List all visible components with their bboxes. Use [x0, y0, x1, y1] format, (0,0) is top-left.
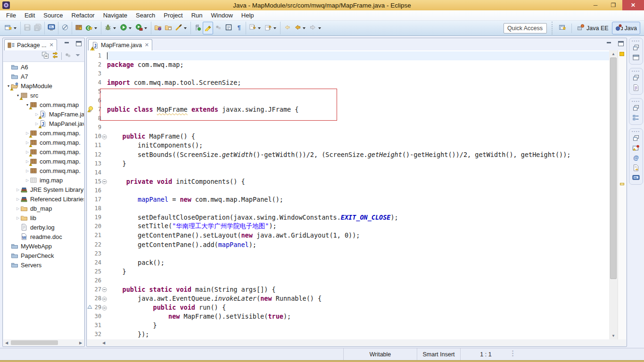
- perspective-java[interactable]: JJava: [612, 22, 640, 34]
- sidebar-horizontal-scrollbar[interactable]: ◀ ▶: [3, 339, 84, 346]
- code-line-23[interactable]: 23: [87, 249, 609, 258]
- code-line-10[interactable]: 10 public MapFrame() {: [87, 132, 609, 141]
- code-line-15[interactable]: 15 private void initComponents() {: [87, 177, 609, 186]
- save-all-button[interactable]: [33, 22, 43, 34]
- scroll-left-icon[interactable]: ◀: [3, 341, 10, 345]
- menu-project[interactable]: Project: [159, 11, 187, 20]
- new-java-package-button[interactable]: [74, 22, 84, 34]
- dropdown-arrow-icon[interactable]: [273, 27, 276, 29]
- skip-all-breakpoints-button[interactable]: [60, 22, 70, 34]
- fold-collapse-icon[interactable]: [102, 179, 107, 184]
- dropdown-arrow-icon[interactable]: [129, 27, 132, 29]
- tree-item-img-map[interactable]: ▷img.map: [3, 175, 84, 185]
- open-type-button[interactable]: [153, 22, 163, 34]
- menu-refactor[interactable]: Refactor: [67, 11, 99, 20]
- warning-marker-icon[interactable]: [87, 106, 94, 113]
- editor-minimize-button[interactable]: [605, 40, 613, 47]
- code-line-6[interactable]: 6: [87, 96, 609, 105]
- tree-item-com-mwq-map-[interactable]: ▷com.mwq.map.: [3, 128, 84, 138]
- declaration-view-button[interactable]: [631, 163, 641, 173]
- drag-handle[interactable]: ••••: [632, 130, 640, 133]
- javadoc-view-button[interactable]: @: [631, 153, 641, 163]
- perspective-open-perspective[interactable]: [555, 22, 570, 34]
- run-button[interactable]: [118, 22, 134, 34]
- code-line-18[interactable]: 18: [87, 204, 609, 213]
- code-line-26[interactable]: 26: [87, 276, 609, 285]
- tree-collapsed-icon[interactable]: ▷: [16, 206, 20, 211]
- view-minimize-button[interactable]: [63, 40, 71, 47]
- override-marker-icon[interactable]: [87, 304, 94, 311]
- menu-search[interactable]: Search: [132, 11, 159, 20]
- code-line-19[interactable]: 19 setDefaultCloseOperation(javax.swing.…: [87, 213, 609, 222]
- dropdown-arrow-icon[interactable]: [303, 27, 305, 29]
- code-line-20[interactable]: 20 setTitle("华南理工大学广州学院电子地图");: [87, 222, 609, 231]
- dropdown-arrow-icon[interactable]: [14, 27, 17, 29]
- tree-item-derby-log[interactable]: derby.log: [3, 222, 84, 232]
- tree-item-com-mwq-map-[interactable]: ▷com.mwq.map.: [3, 156, 84, 166]
- scroll-left-icon[interactable]: ◀: [100, 341, 107, 345]
- quick-access-input[interactable]: Quick Access: [504, 23, 547, 33]
- code-line-13[interactable]: 13 }: [87, 159, 609, 168]
- open-task-button[interactable]: [213, 22, 223, 34]
- tree-item-jre-system-library[interactable]: ▷JRE System Library: [3, 185, 84, 194]
- open-resource-button[interactable]: [163, 22, 173, 34]
- dropdown-arrow-icon[interactable]: [144, 27, 147, 29]
- next-annotation-button[interactable]: [248, 22, 263, 34]
- menu-window[interactable]: Window: [207, 11, 237, 20]
- show-whitespace-button[interactable]: ¶: [234, 22, 244, 34]
- search-button[interactable]: [173, 22, 189, 34]
- code-line-25[interactable]: 25 }: [87, 267, 609, 276]
- package-explorer-tab[interactable]: Package ... ✕: [4, 39, 57, 50]
- back-button[interactable]: [292, 22, 308, 34]
- close-button[interactable]: ✕: [622, 0, 644, 10]
- code-line-9[interactable]: 9: [87, 123, 609, 132]
- tree-item-mywebapp[interactable]: MyWebApp: [3, 241, 84, 251]
- code-line-29[interactable]: 29 public void run() {: [87, 303, 609, 312]
- drag-handle[interactable]: ••••: [632, 99, 640, 103]
- perspective-java-ee[interactable]: Java EE: [574, 22, 612, 34]
- code-line-7[interactable]: 7public class MapFrame extends javax.swi…: [87, 105, 609, 114]
- save-button[interactable]: [22, 22, 33, 34]
- show-source-button[interactable]: [223, 22, 234, 34]
- code-line-3[interactable]: 3: [87, 69, 609, 78]
- restore-view-button[interactable]: [631, 133, 641, 143]
- menu-run[interactable]: Run: [187, 11, 207, 20]
- window-view-button[interactable]: [631, 52, 641, 62]
- focus-button[interactable]: [64, 51, 72, 60]
- tree-item-db-map[interactable]: ▷db_map: [3, 204, 84, 213]
- scrollbar-thumb[interactable]: [610, 58, 617, 279]
- last-edit-pin-button[interactable]: [192, 22, 203, 34]
- tree-collapsed-icon[interactable]: ▷: [16, 197, 20, 201]
- code-line-17[interactable]: 17 mapPanel = new com.mwq.map.MapPanel()…: [87, 195, 609, 204]
- doc-view-button[interactable]: [631, 82, 641, 92]
- tree-item-referenced-libraries[interactable]: ▷Referenced Libraries: [3, 194, 84, 204]
- dropdown-arrow-icon[interactable]: [113, 27, 116, 29]
- problems-view-button[interactable]: [631, 143, 641, 153]
- dropdown-arrow-icon[interactable]: [318, 27, 321, 29]
- tree-collapsed-icon[interactable]: ▷: [16, 216, 20, 220]
- mark-occurrences-button[interactable]: [203, 22, 213, 34]
- code-line-14[interactable]: 14: [87, 168, 609, 177]
- menu-file[interactable]: File: [2, 11, 20, 20]
- menu-navigate[interactable]: Navigate: [99, 11, 132, 20]
- link-with-editor-button[interactable]: [51, 51, 59, 60]
- editor-horizontal-scrollbar[interactable]: ◀: [87, 339, 626, 346]
- code-line-16[interactable]: 16: [87, 186, 609, 195]
- code-line-21[interactable]: 21 getContentPane().setLayout(new java.a…: [87, 231, 609, 240]
- fold-collapse-icon[interactable]: [102, 296, 107, 301]
- scroll-up-icon[interactable]: ▲: [609, 50, 618, 58]
- restore-view-button[interactable]: [631, 73, 641, 82]
- menu-help[interactable]: Help: [237, 11, 258, 20]
- code-line-27[interactable]: 27 public static void main(String args[]…: [87, 285, 609, 294]
- restore-view-button[interactable]: [631, 42, 641, 52]
- tree-item-a7[interactable]: A7: [3, 72, 84, 81]
- tree-item-mapmodule[interactable]: ▾MapModule: [3, 81, 84, 90]
- view-menu-button[interactable]: [74, 51, 82, 60]
- tree-item-com-mwq-map-[interactable]: ▷com.mwq.map.: [3, 138, 84, 147]
- minimize-button[interactable]: ─: [586, 0, 604, 10]
- tree-item-servers[interactable]: Servers: [3, 260, 84, 270]
- previous-annotation-button[interactable]: [263, 22, 279, 34]
- tree-item-com-mwq-map-[interactable]: ▷com.mwq.map.: [3, 166, 84, 175]
- fold-collapse-icon[interactable]: [102, 287, 107, 292]
- tree-item-mapframe-java[interactable]: ▷JMapFrame.java: [3, 109, 84, 119]
